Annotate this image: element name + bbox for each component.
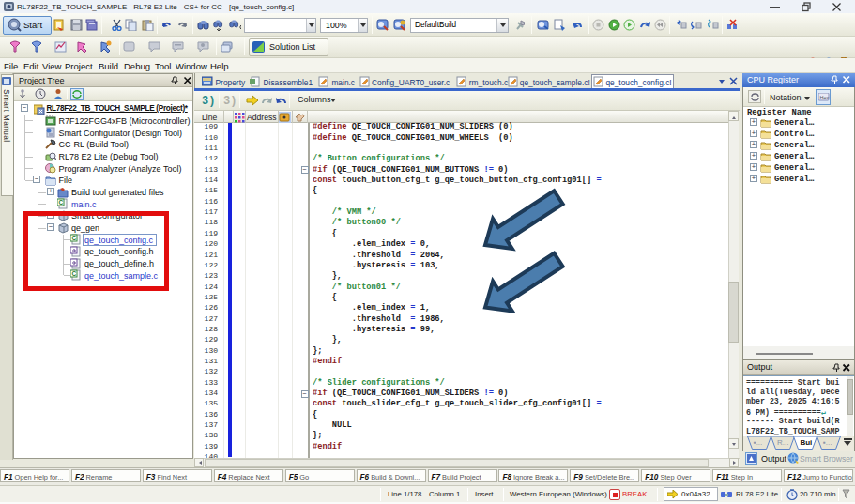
- svg-text:3): 3): [202, 95, 215, 107]
- svg-text:Hex: Hex: [819, 95, 829, 100]
- svg-text:C: C: [59, 199, 64, 206]
- svg-text:3): 3): [223, 95, 237, 107]
